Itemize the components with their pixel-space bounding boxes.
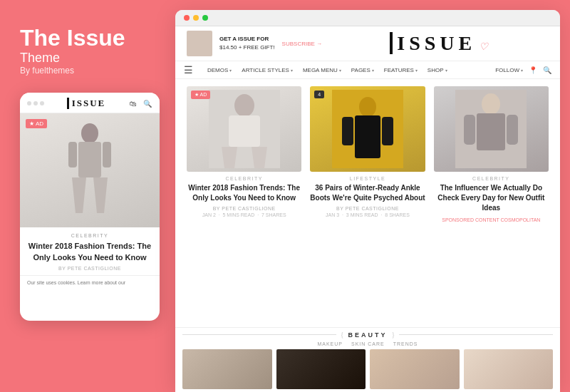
beauty-title: BEAUTY (348, 331, 388, 339)
site-logo: ISSUE (390, 32, 476, 54)
svg-point-5 (234, 94, 254, 117)
chevron-down-icon: ▾ (291, 68, 293, 73)
promo-text: GET A ISSUE FOR $14.50 + FREE GIFT! (219, 35, 275, 52)
browser-maximize-dot (202, 15, 208, 21)
article-meta-1: CELEBRITY Winter 2018 Fashion Trends: Th… (187, 172, 301, 217)
article-meta-3: CELEBRITY The Influencer We Actually Do … (434, 172, 549, 222)
article-card-1: ★ AD CELEBRITY Winter 2018 Fashion Trend… (182, 86, 306, 323)
search-icon[interactable]: 🔍 (543, 66, 551, 74)
site-promo-bar: GET A ISSUE FOR $14.50 + FREE GIFT! SUBS… (175, 26, 560, 61)
beauty-image-row (182, 349, 553, 389)
svg-rect-10 (342, 117, 353, 145)
browser-window: GET A ISSUE FOR $14.50 + FREE GIFT! SUBS… (175, 10, 560, 392)
article-stats-1: JAN 2 · 5 MINS READ · 7 SHARES (202, 212, 286, 217)
theme-subtitle: Theme (20, 51, 151, 66)
article-grid: ★ AD CELEBRITY Winter 2018 Fashion Trend… (175, 79, 560, 327)
svg-rect-14 (477, 113, 505, 150)
browser-chrome-bar (175, 10, 560, 26)
article-byline-2: BY PETE CASTIGLIONE (336, 206, 399, 211)
location-icon[interactable]: 📍 (529, 66, 537, 74)
promo-label: GET A ISSUE FOR (219, 35, 275, 43)
mobile-logo: ISSUE (67, 98, 106, 109)
mobile-cart-icon: 🛍 (128, 98, 138, 108)
nav-item-shop[interactable]: SHOP ▾ (428, 67, 447, 73)
svg-rect-11 (382, 117, 393, 145)
theme-by: By fuelthemes (20, 66, 151, 76)
mobile-dot-2 (33, 101, 38, 105)
mobile-image-placeholder (20, 113, 160, 227)
article-ad-badge: ★ AD (191, 91, 210, 99)
svg-rect-2 (68, 142, 77, 167)
article-image-3 (434, 86, 549, 172)
mobile-mockup: ISSUE 🛍 🔍 ★ AD (20, 93, 160, 321)
beauty-section: { BEAUTY } MAKEUP SKIN CARE TRENDS (175, 327, 560, 392)
theme-title: The Issue (20, 26, 151, 51)
nav-follow[interactable]: FOLLOW ▾ (495, 67, 523, 73)
svg-rect-3 (103, 142, 111, 167)
article-category-1: CELEBRITY (225, 176, 262, 181)
nav-item-demos[interactable]: DEMOS ▾ (207, 67, 232, 73)
browser-close-dot (184, 15, 190, 21)
mobile-hero-image: ★ AD (20, 113, 160, 227)
article-card-2: 4 LIFESTYLE 36 Pairs of Winter-Ready Ank… (306, 86, 429, 323)
beauty-tag-makeup[interactable]: MAKEUP (317, 341, 343, 346)
article-category-3: CELEBRITY (472, 176, 509, 181)
chevron-down-icon: ▾ (445, 68, 447, 73)
mobile-dot-1 (27, 101, 31, 105)
beauty-divider-right (399, 334, 553, 335)
article-meta-2: LIFESTYLE 36 Pairs of Winter-Ready Ankle… (310, 172, 425, 217)
fashion-figure-icon (61, 120, 118, 220)
left-panel: The Issue Theme By fuelthemes ISSUE 🛍 🔍 (0, 0, 171, 392)
sponsored-label: SPONSORED CONTENT COSMOPOLITAN (442, 217, 540, 222)
fashion-figure-3-icon (455, 90, 527, 168)
mobile-cookie-notice: Our site uses cookies. Learn more about … (20, 275, 160, 290)
fashion-figure-1-icon (209, 90, 280, 168)
beauty-tag-skincare[interactable]: SKIN CARE (351, 341, 385, 346)
beauty-divider-left (182, 334, 336, 335)
chevron-down-icon: ▾ (229, 68, 232, 73)
nav-item-features[interactable]: FEATURES ▾ (384, 67, 418, 73)
chevron-down-icon: ▾ (415, 68, 418, 73)
article-image-1: ★ AD (187, 86, 301, 172)
article-num-badge-2: 4 (314, 91, 324, 98)
browser-content: GET A ISSUE FOR $14.50 + FREE GIFT! SUBS… (175, 26, 560, 392)
svg-point-0 (81, 123, 98, 143)
svg-point-8 (359, 97, 376, 117)
svg-rect-9 (355, 115, 380, 158)
mobile-dot-3 (40, 101, 44, 105)
article-stats-2: JAN 3 · 3 MINS READ · 8 SHARES (326, 212, 410, 217)
svg-rect-16 (507, 115, 518, 145)
chevron-down-icon: ▾ (339, 68, 341, 73)
mobile-icons: 🛍 🔍 (128, 98, 152, 108)
mobile-article-category: CELEBRITY (27, 233, 152, 238)
beauty-section-header: { BEAUTY } (182, 331, 553, 339)
beauty-image-4 (464, 349, 554, 389)
article-card-3: CELEBRITY The Influencer We Actually Do … (430, 86, 553, 323)
mobile-article-byline: BY PETE CASTIGLIONE (27, 266, 152, 271)
beauty-image-2 (276, 349, 366, 389)
article-category-2: LIFESTYLE (350, 176, 385, 181)
nav-right-actions: FOLLOW ▾ 📍 🔍 (495, 66, 551, 74)
nav-item-mega-menu[interactable]: MEGA MENU ▾ (303, 67, 341, 73)
promo-price: $14.50 + FREE GIFT! (219, 44, 275, 51)
nav-item-article-styles[interactable]: ARTICLE STYLES ▾ (242, 67, 293, 73)
hamburger-icon[interactable]: ☰ (184, 64, 193, 76)
article-title-1[interactable]: Winter 2018 Fashion Trends: The Only Loo… (187, 183, 301, 203)
mobile-article-content: CELEBRITY Winter 2018 Fashion Trends: Th… (20, 227, 160, 275)
bracket-right-icon: } (392, 331, 395, 339)
article-byline-1: BY PETE CASTIGLIONE (213, 206, 276, 211)
beauty-tag-trends[interactable]: TRENDS (393, 341, 418, 346)
article-title-2[interactable]: 36 Pairs of Winter-Ready Ankle Boots We'… (310, 183, 425, 203)
svg-rect-1 (78, 142, 101, 177)
svg-point-13 (482, 93, 500, 115)
fashion-figure-2-icon (332, 90, 403, 168)
browser-minimize-dot (193, 15, 199, 21)
mobile-ad-badge: ★ AD (26, 119, 47, 128)
svg-rect-6 (229, 115, 260, 147)
nav-item-pages[interactable]: PAGES ▾ (351, 67, 374, 73)
article-image-2: 4 (310, 86, 425, 172)
promo-image (187, 31, 212, 56)
article-title-3[interactable]: The Influencer We Actually Do Check Ever… (434, 183, 549, 213)
promo-cta[interactable]: SUBSCRIBE → (282, 41, 322, 47)
bracket-left-icon: { (341, 331, 344, 339)
